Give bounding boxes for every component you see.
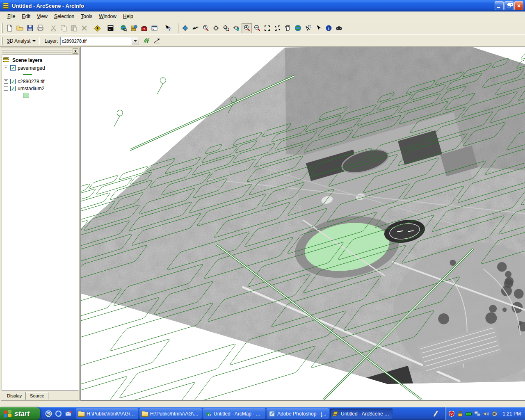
taskbar-button-arcscene[interactable]: Untitled - ArcScene - ... [330, 409, 393, 419]
menu-view[interactable]: View [34, 12, 51, 21]
antivirus-shield-icon[interactable]: V [448, 411, 455, 417]
zoom-in-button[interactable] [242, 23, 252, 33]
layer-checkbox[interactable]: ✓ [10, 79, 16, 84]
taskbar-button-folder-2[interactable]: H:\Public\html\AAG\C... [139, 409, 202, 419]
launch-arccatalog-button[interactable] [129, 23, 139, 33]
zoom-to-target-button[interactable] [221, 23, 231, 33]
observer-point-button[interactable] [231, 23, 242, 33]
save-button[interactable] [25, 23, 35, 33]
navigate-button[interactable] [180, 23, 190, 33]
launch-arcmap-button[interactable] [119, 23, 129, 33]
whats-this-help-button[interactable]: ? [162, 23, 173, 33]
layer-checkbox[interactable]: ✓ [10, 86, 16, 91]
scene-layers-header[interactable]: Scene layers [3, 57, 78, 64]
fixed-zoom-in-icon [264, 25, 271, 32]
select-graphics-button[interactable] [303, 23, 313, 33]
title-bar[interactable]: Untitled - ArcScene - ArcInfo × [0, 0, 525, 11]
save-icon [27, 25, 34, 32]
collapse-toggle-icon[interactable]: - [4, 86, 8, 91]
quicktime-icon[interactable] [55, 410, 62, 417]
toolbar-grip[interactable] [1, 23, 3, 33]
scene-3d-viewport[interactable] [80, 47, 525, 401]
add-data-button[interactable] [92, 23, 103, 33]
command-window-icon [151, 25, 158, 32]
new-button[interactable] [5, 23, 15, 33]
zoom-in-out-button[interactable] [201, 23, 211, 33]
restore-button[interactable] [504, 1, 514, 10]
zoom-out-button[interactable] [252, 23, 262, 33]
fly-button[interactable] [190, 23, 201, 33]
delete-button[interactable] [79, 23, 89, 33]
window-title: Untitled - ArcScene - ArcInfo [12, 3, 495, 9]
toc-close-button[interactable]: x [73, 48, 78, 54]
fill-symbol-swatch[interactable] [23, 93, 29, 98]
scene-render[interactable] [81, 47, 525, 400]
toolbar-grip[interactable] [177, 23, 178, 33]
arctoolbox-icon [141, 25, 148, 32]
layer-combobox[interactable] [60, 37, 139, 45]
layer-checkbox[interactable]: ✓ [10, 65, 16, 71]
fixed-zoom-out-button[interactable] [272, 23, 283, 33]
collapse-toggle-icon[interactable]: - [4, 66, 8, 70]
find-button[interactable] [334, 23, 344, 33]
layer-item-pavemerged[interactable]: - ✓ pavemerged [3, 64, 78, 71]
menu-selection[interactable]: Selection [51, 12, 78, 21]
close-button[interactable]: × [514, 1, 523, 10]
print-button[interactable] [35, 23, 46, 33]
menu-tools[interactable]: Tools [78, 12, 96, 21]
layer-item-umstadium2[interactable]: - ✓ umstadium2 [3, 85, 78, 92]
language-pen-icon[interactable] [433, 410, 439, 418]
toc-window-button[interactable] [105, 23, 116, 33]
toc-drag-handle[interactable] [2, 50, 71, 52]
taskbar-button-photoshop[interactable]: Adobe Photoshop - [... [267, 409, 329, 419]
center-on-target-button[interactable] [211, 23, 221, 33]
cut-icon [50, 25, 57, 32]
pan-button[interactable] [283, 23, 293, 33]
layer-combo-value[interactable] [61, 39, 132, 43]
layer-combo-dropdown-button[interactable] [132, 37, 139, 45]
open-button[interactable] [15, 23, 25, 33]
volume-device-icon[interactable] [491, 411, 498, 417]
expand-toggle-icon[interactable]: + [4, 79, 8, 84]
menu-window[interactable]: Window [96, 12, 120, 21]
toolbar-grip[interactable] [1, 37, 3, 45]
launch-arctoolbox-button[interactable] [139, 23, 149, 33]
start-button[interactable]: start [0, 407, 40, 420]
new-icon [6, 25, 13, 32]
menu-edit[interactable]: Edit [18, 12, 34, 21]
create-steepest-path-button[interactable] [152, 36, 162, 46]
tab-display[interactable]: Display [3, 392, 26, 400]
select-features-button[interactable] [313, 23, 324, 33]
minimize-button[interactable] [495, 1, 504, 10]
toc-layer-tree[interactable]: Scene layers - ✓ pavemerged + ✓ c2890278… [2, 55, 79, 391]
line-symbol-swatch[interactable] [23, 74, 32, 75]
padlock-icon[interactable] [457, 411, 463, 417]
full-extent-icon [294, 25, 301, 32]
paste-button[interactable] [69, 23, 79, 33]
cut-button[interactable] [48, 23, 59, 33]
add-data-icon [94, 25, 101, 32]
taskbar-button-arcmap[interactable]: Untitled - ArcMap - Ar... [203, 409, 265, 419]
arcscene-layers-icon [332, 411, 339, 417]
taskbar-button-folder-1[interactable]: H:\Public\html\AAG\C... [76, 409, 138, 419]
tab-source[interactable]: Source [26, 392, 48, 399]
battery-meter-icon[interactable]: 1= [466, 411, 472, 417]
menu-file[interactable]: File [4, 12, 18, 21]
analyst-menu-button[interactable]: 3D Analyst [5, 37, 38, 45]
center-on-target-icon [212, 25, 219, 32]
quick-launch-bar [40, 407, 76, 420]
identify-button[interactable]: i [324, 23, 334, 33]
layer-item-c2890278[interactable]: + ✓ c2890278.tif [3, 78, 78, 85]
create-contours-button[interactable] [142, 36, 152, 46]
start-label: start [14, 410, 30, 418]
fixed-zoom-in-button[interactable] [262, 23, 272, 33]
menu-help[interactable]: Help [120, 12, 137, 21]
command-window-button[interactable] [149, 23, 160, 33]
speaker-icon[interactable] [483, 411, 489, 417]
taskbar-clock[interactable]: 1:21 PM [502, 411, 521, 417]
network-icon[interactable] [474, 411, 481, 417]
full-extent-button[interactable] [293, 23, 303, 33]
internet-explorer-icon[interactable] [45, 410, 52, 417]
outlook-express-icon[interactable] [65, 410, 72, 417]
copy-button[interactable] [59, 23, 69, 33]
